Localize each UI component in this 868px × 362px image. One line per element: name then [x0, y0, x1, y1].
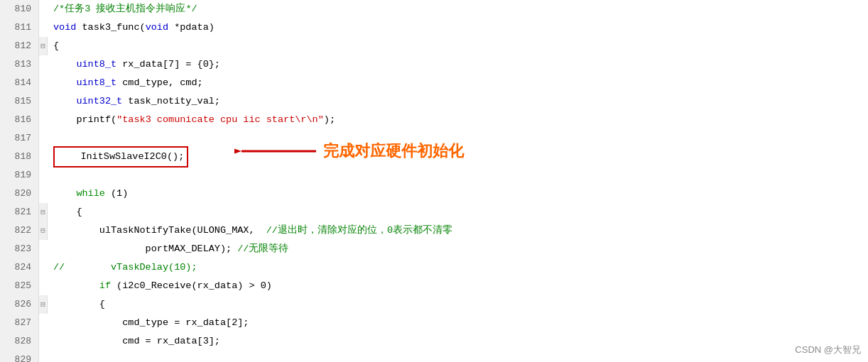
- table-row: 820 while (1): [0, 185, 868, 203]
- code-segment: uint8_t: [76, 59, 116, 70]
- line-content: while (1): [48, 185, 868, 203]
- line-content: printf("task3 comunicate cpu iic start\r…: [48, 111, 868, 129]
- fold-indicator[interactable]: ⊟: [39, 221, 48, 240]
- code-segment: {: [53, 299, 105, 309]
- code-segment: cmd = rx_data[3];: [53, 336, 220, 346]
- code-segment: // vTaskDelay(10);: [53, 262, 197, 273]
- table-row: 810/*任务3 接收主机指令并响应*/: [0, 0, 868, 18]
- code-segment: "task3 comunicate cpu iic start\r\n": [116, 114, 324, 125]
- table-row: 823 portMAX_DELAY); //无限等待: [0, 240, 868, 258]
- line-content: InitSwSlaveI2C0();: [48, 146, 868, 168]
- table-row: 817: [0, 129, 868, 148]
- table-row: 818 InitSwSlaveI2C0();: [0, 148, 868, 166]
- table-row: 828 cmd = rx_data[3];: [0, 332, 868, 351]
- table-row: 815 uint32_t task_notity_val;: [0, 92, 868, 111]
- table-row: 821⊟ {: [0, 203, 868, 221]
- code-lines: 810/*任务3 接收主机指令并响应*/811void task3_func(v…: [0, 0, 868, 362]
- line-number: 812: [0, 37, 39, 55]
- line-content: void task3_func(void *pdata): [48, 18, 868, 37]
- line-content: if (i2c0_Receive(rx_data) > 0): [48, 277, 868, 295]
- line-content: {: [48, 37, 868, 55]
- line-number: 820: [0, 185, 39, 203]
- line-content: uint8_t rx_data[7] = {0};: [48, 55, 868, 74]
- code-segment: );: [324, 114, 335, 125]
- code-segment: (i2c0_Receive(rx_data) > 0): [111, 280, 272, 291]
- code-segment: [53, 280, 99, 291]
- code-segment: //退出时，清除对应的位，0表示都不清零: [266, 225, 452, 236]
- line-number: 821: [0, 203, 39, 221]
- code-segment: if: [99, 280, 111, 291]
- code-segment: uint8_t: [76, 77, 116, 88]
- line-number: 824: [0, 258, 39, 277]
- line-content: ulTaskNotifyTake(ULONG_MAX, //退出时，清除对应的位…: [48, 221, 868, 240]
- line-content: // vTaskDelay(10);: [48, 258, 868, 277]
- code-segment: [53, 96, 76, 106]
- fold-indicator[interactable]: ⊟: [39, 37, 48, 55]
- line-content: cmd_type = rx_data[2];: [48, 314, 868, 332]
- line-number: 827: [0, 314, 39, 332]
- fold-indicator[interactable]: ⊟: [39, 203, 48, 221]
- code-segment: cmd_type, cmd;: [116, 77, 203, 88]
- table-row: 825 if (i2c0_Receive(rx_data) > 0): [0, 277, 868, 295]
- code-segment: [53, 59, 76, 70]
- code-segment: (1): [105, 188, 128, 199]
- table-row: 826⊟ {: [0, 295, 868, 314]
- code-segment: printf(: [53, 114, 116, 125]
- fold-indicator[interactable]: ⊟: [39, 295, 48, 314]
- code-segment: //无限等待: [237, 243, 288, 254]
- watermark: CSDN @大智兄: [795, 344, 861, 356]
- line-content: cmd = rx_data[3];: [48, 332, 868, 351]
- line-number: 825: [0, 277, 39, 295]
- line-content: uint32_t task_notity_val;: [48, 92, 868, 111]
- table-row: 819: [0, 166, 868, 185]
- line-content: {: [48, 203, 868, 221]
- line-number: 829: [0, 351, 39, 362]
- table-row: 824// vTaskDelay(10);: [0, 258, 868, 277]
- line-content: uint8_t cmd_type, cmd;: [48, 74, 868, 92]
- line-number: 823: [0, 240, 39, 258]
- table-row: 814 uint8_t cmd_type, cmd;: [0, 74, 868, 92]
- code-segment: {: [53, 40, 59, 51]
- line-number: 811: [0, 18, 39, 37]
- line-content: {: [48, 295, 868, 314]
- line-number: 826: [0, 295, 39, 314]
- code-segment: [53, 77, 76, 88]
- line-number: 814: [0, 74, 39, 92]
- line-number: 815: [0, 92, 39, 111]
- code-container: 810/*任务3 接收主机指令并响应*/811void task3_func(v…: [0, 0, 868, 362]
- line-number: 828: [0, 332, 39, 351]
- line-number: 817: [0, 129, 39, 148]
- code-segment: [53, 188, 76, 199]
- code-segment: portMAX_DELAY);: [53, 243, 237, 254]
- code-segment: rx_data[7] = {0};: [116, 59, 220, 70]
- code-segment: ulTaskNotifyTake(ULONG_MAX,: [53, 225, 266, 236]
- code-segment: /*任务3 接收主机指令并响应*/: [53, 4, 197, 14]
- line-number: 813: [0, 55, 39, 74]
- table-row: 827 cmd_type = rx_data[2];: [0, 314, 868, 332]
- line-number: 822: [0, 221, 39, 240]
- table-row: 812⊟{: [0, 37, 868, 55]
- table-row: 811void task3_func(void *pdata): [0, 18, 868, 37]
- code-segment: task_notity_val;: [122, 96, 220, 106]
- highlighted-code: InitSwSlaveI2C0();: [53, 146, 188, 168]
- line-number: 810: [0, 0, 39, 18]
- line-number: 818: [0, 148, 39, 166]
- line-content: /*任务3 接收主机指令并响应*/: [48, 0, 868, 18]
- line-number: 819: [0, 166, 39, 185]
- table-row: 816 printf("task3 comunicate cpu iic sta…: [0, 111, 868, 129]
- code-segment: task3_func(: [76, 22, 145, 33]
- table-row: 813 uint8_t rx_data[7] = {0};: [0, 55, 868, 74]
- code-segment: *pdata): [168, 22, 215, 33]
- code-segment: void: [146, 22, 168, 33]
- code-segment: {: [53, 207, 82, 217]
- code-segment: while: [76, 188, 105, 199]
- line-content: portMAX_DELAY); //无限等待: [48, 240, 868, 258]
- code-segment: uint32_t: [76, 96, 122, 106]
- table-row: 829: [0, 351, 868, 362]
- code-segment: void: [53, 22, 76, 33]
- table-row: 822⊟ ulTaskNotifyTake(ULONG_MAX, //退出时，清…: [0, 221, 868, 240]
- line-number: 816: [0, 111, 39, 129]
- code-segment: cmd_type = rx_data[2];: [53, 317, 249, 328]
